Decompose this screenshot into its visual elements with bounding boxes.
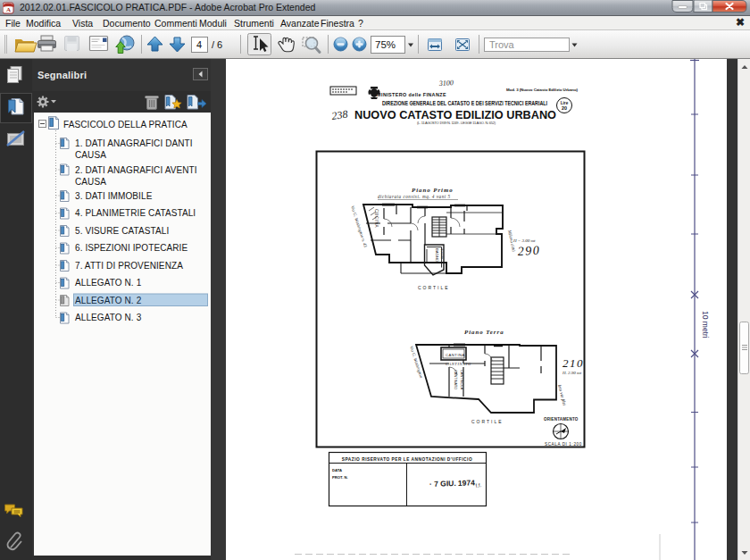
svg-text:Piano Primo: Piano Primo xyxy=(412,187,454,193)
svg-text:CANTINOLA: CANTINOLA xyxy=(460,370,464,390)
svg-text:CUCINA: CUCINA xyxy=(374,209,379,229)
svg-text:DIREZIONE GENERALE DEL CATASTO: DIREZIONE GENERALE DEL CATASTO E DEI SER… xyxy=(382,100,547,106)
svg-text:SPAZIO RISERVATO PER LE ANNOTA: SPAZIO RISERVATO PER LE ANNOTAZIONI D'UF… xyxy=(342,457,472,462)
svg-text:CORTILE: CORTILE xyxy=(418,285,450,290)
svg-text:Trova: Trova xyxy=(489,39,515,50)
svg-text:CANTINATO: CANTINATO xyxy=(454,370,458,389)
svg-text:10 metri: 10 metri xyxy=(701,311,710,339)
svg-text:SCALA DI 1:200: SCALA DI 1:200 xyxy=(545,442,582,447)
svg-text:75%: 75% xyxy=(375,39,396,50)
svg-text:dichiarata consist. mq. 4 vani: dichiarata consist. mq. 4 vani 5 xyxy=(378,194,451,199)
svg-text:H = 3.00 mt: H = 3.00 mt xyxy=(512,238,536,243)
svg-text:238: 238 xyxy=(330,108,348,122)
svg-text:3100: 3100 xyxy=(438,79,454,88)
svg-text:/ 6: / 6 xyxy=(212,39,222,50)
svg-text:f.f.: f.f. xyxy=(475,482,482,489)
svg-text:(L. 11 AGOSTO 1939 N. 1249 - L: (L. 11 AGOSTO 1939 N. 1249 - LEGGE 11 AG… xyxy=(417,121,496,125)
svg-text:doccia: doccia xyxy=(440,248,445,260)
svg-text:CORTILE: CORTILE xyxy=(471,419,504,424)
svg-text:lato via filzi: lato via filzi xyxy=(557,384,567,406)
svg-text:· 7 GIU. 1974: · 7 GIU. 1974 xyxy=(429,478,476,489)
svg-text:4: 4 xyxy=(196,39,202,50)
svg-text:DATA: DATA xyxy=(332,468,342,472)
svg-text:Piano Terra: Piano Terra xyxy=(464,329,504,335)
svg-text:PROT. N.: PROT. N. xyxy=(332,475,348,480)
svg-text:A: A xyxy=(6,6,11,13)
svg-text:H. 2.90 mt: H. 2.90 mt xyxy=(562,371,582,375)
svg-text:CANTINA: CANTINA xyxy=(446,353,465,357)
svg-text:Mod. 3 (Nuovo Catasto Edilizio: Mod. 3 (Nuovo Catasto Edilizio Urbano) xyxy=(506,88,579,92)
svg-text:BAGNO: BAGNO xyxy=(435,248,439,263)
svg-text:MINISTERO delle FINANZE: MINISTERO delle FINANZE xyxy=(377,92,446,97)
svg-text:20: 20 xyxy=(562,105,567,111)
svg-text:290: 290 xyxy=(517,244,540,258)
svg-text:Lire: Lire xyxy=(561,101,569,105)
svg-text:ORIENTAMENTO: ORIENTAMENTO xyxy=(544,417,579,422)
svg-text:210: 210 xyxy=(562,356,584,370)
svg-text:CANTINATO: CANTINATO xyxy=(446,362,471,366)
